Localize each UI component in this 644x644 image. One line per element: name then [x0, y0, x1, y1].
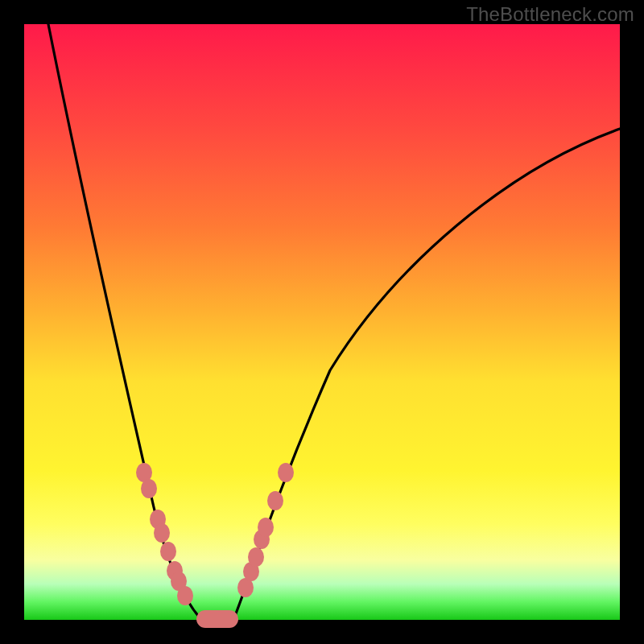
curve-left-branch	[48, 24, 202, 620]
marker-right	[267, 491, 283, 510]
marker-left	[141, 479, 157, 498]
marker-left	[154, 523, 170, 543]
marker-right	[258, 518, 274, 537]
chart-svg	[24, 24, 620, 620]
marker-right	[278, 463, 294, 482]
marker-left	[160, 542, 176, 561]
curve-right-branch	[233, 129, 620, 620]
markers-left-group	[136, 463, 193, 605]
marker-left	[177, 586, 193, 605]
markers-right-group	[237, 463, 294, 597]
watermark-text: TheBottleneck.com	[466, 3, 634, 26]
chart-frame: TheBottleneck.com	[0, 0, 644, 644]
valley-floor-marker	[196, 610, 238, 628]
marker-right	[248, 547, 264, 567]
